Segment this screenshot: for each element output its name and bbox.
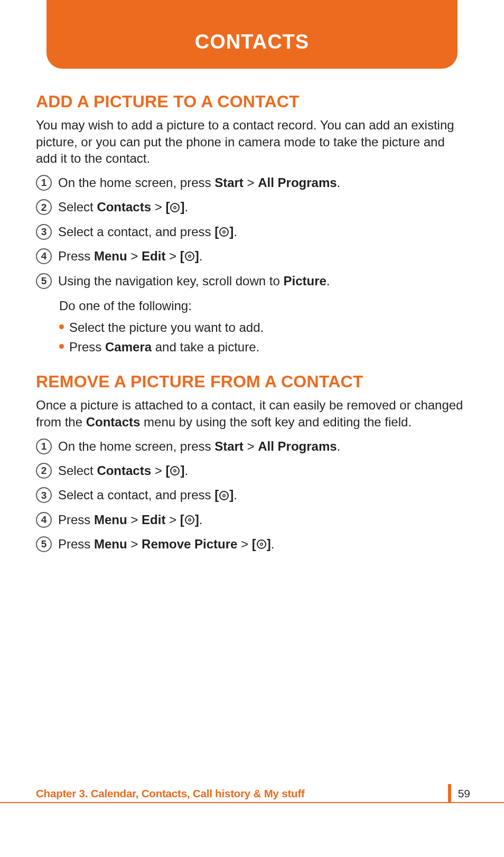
step-text: Select a contact, and press []. (58, 487, 468, 504)
ok-key-icon: [] (180, 511, 199, 528)
ok-key-icon: [] (214, 223, 234, 240)
svg-point-2 (220, 228, 228, 236)
step-number-icon: 2 (36, 199, 52, 215)
step-text: On the home screen, press Start > All Pr… (58, 438, 468, 455)
svg-point-13 (260, 543, 263, 545)
step-item: 4 Press Menu > Edit > []. (36, 511, 468, 528)
step-item: 3 Select a contact, and press []. (36, 487, 468, 504)
step-number-icon: 4 (36, 248, 52, 264)
section2-step-list: 1 On the home screen, press Start > All … (36, 438, 468, 553)
bullet-item: Select the picture you want to add. (59, 319, 468, 337)
step-item: 3 Select a contact, and press []. (36, 223, 468, 240)
step-number-icon: 3 (36, 224, 52, 240)
step-text: Select a contact, and press []. (58, 223, 468, 240)
step-number-icon: 5 (36, 536, 52, 552)
step-text: Press Menu > Edit > []. (58, 248, 468, 265)
section-heading-add-picture: ADD A PICTURE TO A CONTACT (36, 92, 468, 111)
step-number-icon: 4 (36, 512, 52, 528)
step-item: 1 On the home screen, press Start > All … (36, 438, 468, 455)
footer-divider-bar (448, 784, 451, 803)
step-item: 2 Select Contacts > []. (36, 199, 468, 216)
step-text: Select Contacts > []. (58, 462, 468, 479)
manual-page: CONTACTS ADD A PICTURE TO A CONTACT You … (0, 0, 504, 857)
bullet-item: Press Camera and take a picture. (59, 338, 468, 357)
ok-key-icon: [] (180, 248, 199, 265)
footer-chapter-label: Chapter 3. Calendar, Contacts, Call hist… (36, 787, 305, 800)
bullet-dot-icon (59, 344, 64, 349)
svg-point-5 (189, 255, 191, 257)
step-text: Select Contacts > []. (58, 199, 468, 216)
substep-lead: Do one of the following: (59, 297, 468, 315)
page-title: CONTACTS (195, 16, 309, 53)
svg-point-1 (174, 206, 176, 208)
step-item: 1 On the home screen, press Start > All … (36, 174, 468, 191)
substep-bullet-list: Select the picture you want to add. Pres… (59, 319, 468, 357)
step-number-icon: 1 (36, 175, 52, 191)
step-item: 5 Using the navigation key, scroll down … (36, 273, 468, 290)
svg-point-7 (174, 470, 176, 472)
step-text: Press Menu > Remove Picture > []. (58, 536, 468, 553)
svg-point-11 (189, 519, 191, 521)
step-number-icon: 2 (36, 463, 52, 479)
footer-rule (0, 802, 504, 803)
section2-intro: Once a picture is attached to a contact,… (36, 397, 468, 430)
svg-point-0 (171, 203, 179, 212)
content-area: ADD A PICTURE TO A CONTACT You may wish … (36, 85, 468, 561)
footer-page-number: 59 (458, 787, 470, 800)
step-number-icon: 5 (36, 273, 52, 289)
svg-point-10 (185, 516, 194, 524)
ok-key-icon: [] (165, 462, 184, 479)
section1-substeps: Do one of the following: Select the pict… (59, 297, 468, 356)
svg-point-4 (185, 252, 194, 260)
step-item: 4 Press Menu > Edit > []. (36, 248, 468, 265)
header-banner: CONTACTS (46, 0, 458, 69)
step-text: On the home screen, press Start > All Pr… (58, 174, 468, 191)
svg-point-12 (257, 540, 266, 548)
page-footer: Chapter 3. Calendar, Contacts, Call hist… (0, 784, 504, 803)
step-item: 5 Press Menu > Remove Picture > []. (36, 536, 468, 553)
step-text: Press Menu > Edit > []. (58, 511, 468, 528)
step-item: 2 Select Contacts > []. (36, 462, 468, 479)
section1-step-list: 1 On the home screen, press Start > All … (36, 174, 468, 290)
step-number-icon: 1 (36, 439, 52, 454)
step-number-icon: 3 (36, 487, 52, 503)
svg-point-9 (223, 494, 225, 496)
svg-point-3 (223, 231, 225, 233)
bullet-dot-icon (59, 324, 64, 329)
ok-key-icon: [] (214, 487, 234, 504)
section1-intro: You may wish to add a picture to a conta… (36, 117, 468, 167)
svg-point-8 (220, 491, 228, 500)
svg-point-6 (171, 467, 179, 475)
section-heading-remove-picture: REMOVE A PICTURE FROM A CONTACT (36, 372, 468, 392)
ok-key-icon: [] (165, 199, 184, 216)
ok-key-icon: [] (252, 536, 271, 553)
step-text: Using the navigation key, scroll down to… (58, 273, 468, 290)
